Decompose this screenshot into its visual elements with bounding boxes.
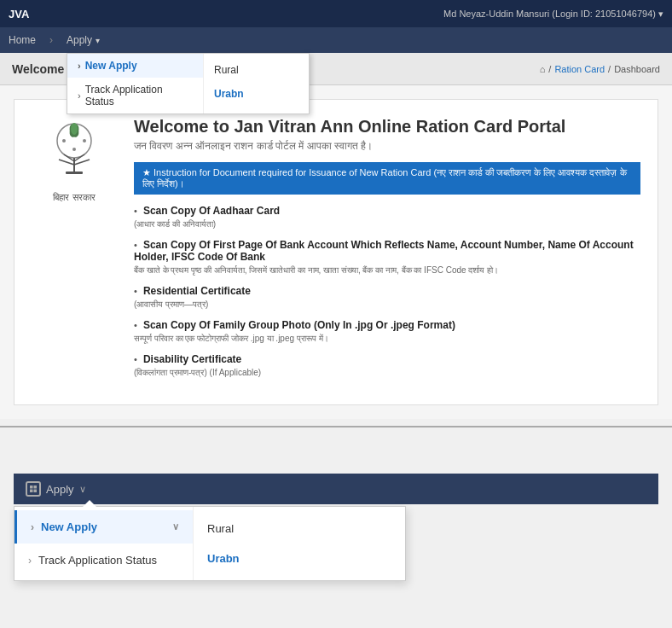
large-track-status[interactable]: › Track Application Status [14, 544, 193, 577]
bottom-apply-item[interactable]: Apply ∨ [26, 481, 86, 497]
instruction-item: • Disability Certificate (विकलांगता प्रम… [134, 353, 640, 379]
svg-point-8 [71, 123, 78, 135]
dropdown-rural[interactable]: Rural [204, 58, 306, 82]
instruction-item: • Scan Copy Of First Page Of Bank Accoun… [134, 239, 640, 276]
section-divider [0, 426, 672, 460]
breadcrumb-ration[interactable]: Ration Card [554, 64, 605, 74]
dropdown-left-panel: › New Apply › Track Application Status [67, 54, 204, 113]
svg-rect-13 [30, 486, 33, 489]
instruction-item: • Scan Copy Of Family Group Photo (Only … [134, 319, 640, 345]
large-dropdown-right: Rural Urabn [194, 507, 405, 580]
bottom-apply-chevron: ∨ [79, 484, 86, 495]
svg-rect-15 [30, 490, 33, 493]
welcome-label: Welcome [12, 62, 64, 76]
instruction-item: • Scan Copy Of Aadhaar Card (आधार कार्ड … [134, 205, 640, 230]
svg-rect-16 [34, 490, 38, 493]
top-navbar: JVA Md Neyaz-Uddin Mansuri (Login ID: 21… [0, 0, 672, 27]
bottom-section: Apply ∨ › New Apply ∨ › Track Applicatio… [0, 460, 672, 595]
apply-label: Apply [67, 34, 92, 46]
logo-text: बिहार सरकार [32, 192, 117, 203]
svg-point-11 [83, 139, 86, 142]
portal-title: Welcome to Jan Vitran Ann Online Ration … [134, 117, 640, 137]
portal-subtitle: जन विवरण अन्न ऑनलाइन राशन कार्ड पोर्टल म… [134, 140, 640, 152]
svg-point-10 [62, 139, 66, 142]
breadcrumb-home-icon[interactable]: ⌂ [540, 64, 546, 74]
user-info[interactable]: Md Neyaz-Uddin Mansuri (Login ID: 210510… [443, 9, 663, 20]
second-navbar: Home › Apply ▾ › New Apply › Track Appli… [0, 27, 672, 53]
breadcrumb-dashboard: Dashboard [614, 64, 660, 74]
svg-point-12 [72, 148, 76, 151]
instruction-list: • Scan Copy Of Aadhaar Card (आधार कार्ड … [134, 205, 640, 379]
apply-dropdown-menu: › New Apply › Track Application Status R… [67, 53, 310, 114]
dropdown-right-panel: Rural Urabn [204, 54, 306, 110]
bottom-nav-bar: Apply ∨ [14, 474, 658, 504]
breadcrumb: ⌂ / Ration Card / Dashboard [540, 64, 660, 74]
brand-area: JVA [9, 8, 29, 20]
large-dropdown-menu: › New Apply ∨ › Track Application Status… [14, 506, 406, 581]
instruction-item: • Residential Certificate (आवासीय प्रमाण… [134, 285, 640, 311]
bottom-apply-label: Apply [46, 483, 74, 496]
large-urban[interactable]: Urabn [194, 544, 405, 573]
portal-card: बिहार सरकार Welcome to Jan Vitran Ann On… [14, 99, 658, 405]
brand-logo: JVA [9, 8, 29, 20]
chevron-right-icon: › [28, 555, 32, 567]
dropdown-urban[interactable]: Urabn [204, 82, 306, 106]
large-dropdown-left: › New Apply ∨ › Track Application Status [14, 507, 194, 580]
dropdown-track-status[interactable]: › Track Application Status [67, 78, 203, 113]
large-new-apply[interactable]: › New Apply ∨ [14, 510, 193, 544]
svg-rect-14 [34, 486, 38, 489]
svg-rect-9 [66, 172, 83, 174]
dropdown-new-apply[interactable]: › New Apply [67, 54, 203, 78]
government-logo [40, 117, 108, 185]
large-dropdown-inner: › New Apply ∨ › Track Application Status… [14, 507, 405, 580]
instruction-banner: ★ Instruction for Document required for … [134, 162, 640, 195]
portal-info: Welcome to Jan Vitran Ann Online Ration … [134, 117, 640, 387]
apply-chevron: ▾ [96, 36, 100, 45]
apply-dropdown[interactable]: Apply ▾ › New Apply › Track Application … [67, 34, 100, 46]
main-content: बिहार सरकार Welcome to Jan Vitran Ann On… [0, 85, 672, 419]
home-link[interactable]: Home [9, 34, 36, 46]
apply-box-icon [26, 481, 41, 497]
large-rural[interactable]: Rural [194, 514, 405, 544]
chevron-right-icon: › [31, 521, 34, 533]
portal-logo: बिहार सरकार [32, 117, 117, 203]
